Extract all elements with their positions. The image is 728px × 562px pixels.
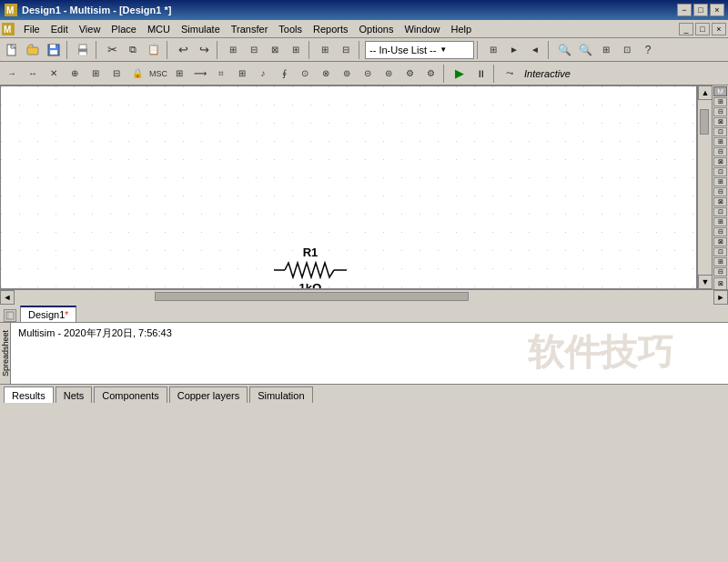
undo-button[interactable]: ↩: [173, 40, 193, 60]
scroll-thumb-v[interactable]: [700, 109, 709, 135]
window-controls[interactable]: − □ ×: [677, 4, 724, 16]
comp-tb-16[interactable]: ⊗: [316, 64, 336, 84]
paste-button[interactable]: 📋: [144, 40, 164, 60]
save-button[interactable]: [44, 40, 64, 60]
copy-button[interactable]: ⧉: [123, 40, 143, 60]
comp-tb-11[interactable]: ⌗: [211, 64, 231, 84]
comp-tb-18[interactable]: ⊝: [358, 64, 378, 84]
zoom-in-button[interactable]: 🔍: [554, 40, 574, 60]
instr-btn-7[interactable]: ⊟: [713, 147, 727, 156]
comp-tb-13[interactable]: ♪: [253, 64, 273, 84]
tb-btn-3[interactable]: ⊠: [265, 40, 285, 60]
close-button[interactable]: ×: [710, 4, 724, 16]
instr-btn-19[interactable]: ⊟: [713, 267, 727, 276]
open-button[interactable]: [23, 40, 43, 60]
comp-tb-1[interactable]: →: [2, 64, 22, 84]
new-button[interactable]: [2, 40, 22, 60]
instr-btn-5[interactable]: ⊡: [713, 127, 727, 136]
menu-mcu[interactable]: MCU: [142, 22, 176, 36]
mdi-close-button[interactable]: ×: [712, 23, 726, 35]
menu-transfer[interactable]: Transfer: [226, 22, 274, 36]
in-use-list-dropdown[interactable]: -- In-Use List -- ▼: [365, 41, 474, 59]
instr-btn-15[interactable]: ⊟: [713, 227, 727, 236]
tb-btn-5[interactable]: ⊞: [315, 40, 335, 60]
instr-btn-1[interactable]: M: [713, 86, 727, 96]
scroll-up-button[interactable]: ▲: [698, 85, 713, 100]
tb-btn-9[interactable]: ◄: [525, 40, 545, 60]
instr-btn-17[interactable]: ⊡: [713, 247, 727, 256]
schematic-canvas[interactable]: R1 1kΩ: [0, 85, 697, 289]
scroll-right-button[interactable]: ►: [713, 290, 728, 305]
tab-components[interactable]: Components: [94, 386, 167, 403]
tb-btn-1[interactable]: ⊞: [223, 40, 243, 60]
comp-tb-6[interactable]: ⊟: [106, 64, 126, 84]
menu-options[interactable]: Options: [354, 22, 399, 36]
redo-button[interactable]: ↪: [194, 40, 214, 60]
horizontal-scrollbar[interactable]: ◄ ►: [0, 289, 728, 304]
resistor-component[interactable]: R1 1kΩ: [274, 246, 347, 289]
zoom-out-button[interactable]: 🔍: [575, 40, 595, 60]
mdi-minimize-button[interactable]: _: [679, 23, 693, 35]
instr-end-btn[interactable]: ⊠: [713, 277, 727, 289]
tab-icon[interactable]: [4, 309, 16, 322]
instr-btn-14[interactable]: ⊞: [713, 217, 727, 226]
menu-help[interactable]: Help: [446, 22, 478, 36]
tb-btn-6[interactable]: ⊟: [336, 40, 356, 60]
menu-simulate[interactable]: Simulate: [176, 22, 226, 36]
instr-btn-8[interactable]: ⊠: [713, 157, 727, 166]
scroll-down-button[interactable]: ▼: [698, 275, 713, 289]
comp-tb-7[interactable]: 🔒: [127, 64, 147, 84]
spreadsheet-handle[interactable]: Spreadsheet: [0, 323, 11, 384]
comp-tb-8[interactable]: MSC: [148, 64, 168, 84]
maximize-button[interactable]: □: [693, 4, 708, 16]
menu-reports[interactable]: Reports: [308, 22, 354, 36]
menu-window[interactable]: Window: [399, 22, 445, 36]
comp-tb-14[interactable]: ∮: [274, 64, 294, 84]
instr-btn-6[interactable]: ⊞: [713, 137, 727, 146]
instr-btn-4[interactable]: ⊠: [713, 117, 727, 126]
menu-file[interactable]: File: [18, 22, 46, 36]
run-button[interactable]: [450, 64, 470, 84]
comp-tb-9[interactable]: ⊞: [169, 64, 189, 84]
minimize-button[interactable]: −: [677, 4, 692, 16]
tb-search-button[interactable]: ⊡: [617, 40, 637, 60]
comp-tb-21[interactable]: ⚙: [420, 64, 440, 84]
zoom-fit-button[interactable]: ⊞: [596, 40, 616, 60]
instr-btn-9[interactable]: ⊡: [713, 167, 727, 176]
scroll-left-button[interactable]: ◄: [0, 290, 15, 305]
mdi-restore-button[interactable]: □: [695, 23, 710, 35]
comp-tb-17[interactable]: ⊚: [337, 64, 357, 84]
comp-tb-5[interactable]: ⊞: [86, 64, 106, 84]
menu-view[interactable]: View: [74, 22, 106, 36]
menu-place[interactable]: Place: [106, 22, 142, 36]
tb-btn-7[interactable]: ⊞: [483, 40, 503, 60]
vertical-scrollbar[interactable]: ▲ ▼: [697, 85, 712, 289]
comp-tb-3[interactable]: ✕: [44, 64, 64, 84]
comp-tb-20[interactable]: ⚙: [399, 64, 420, 84]
instr-btn-18[interactable]: ⊞: [713, 257, 727, 266]
print-button[interactable]: [73, 40, 93, 60]
instr-btn-16[interactable]: ⊠: [713, 237, 727, 246]
comp-tb-10[interactable]: ⟿: [190, 64, 210, 84]
comp-tb-15[interactable]: ⊙: [295, 64, 315, 84]
tb-btn-2[interactable]: ⊟: [244, 40, 264, 60]
tab-copper-layers[interactable]: Copper layers: [169, 386, 248, 403]
tb-btn-4[interactable]: ⊞: [286, 40, 306, 60]
instr-btn-11[interactable]: ⊟: [713, 187, 727, 196]
comp-tb-19[interactable]: ⊜: [379, 64, 399, 84]
tb-help-button[interactable]: ?: [638, 40, 658, 60]
tb-btn-8[interactable]: ►: [504, 40, 524, 60]
instr-btn-12[interactable]: ⊠: [713, 197, 727, 206]
menu-edit[interactable]: Edit: [46, 22, 74, 36]
tab-results[interactable]: Results: [4, 386, 54, 403]
pause-button[interactable]: [470, 64, 490, 84]
tab-nets[interactable]: Nets: [56, 386, 93, 403]
design1-tab[interactable]: Design1*: [20, 306, 76, 322]
menu-tools[interactable]: Tools: [273, 22, 308, 36]
tab-simulation[interactable]: Simulation: [249, 386, 312, 403]
cut-button[interactable]: ✂: [102, 40, 122, 60]
instr-btn-10[interactable]: ⊞: [713, 177, 727, 186]
instr-btn-13[interactable]: ⊡: [713, 207, 727, 216]
h-scroll-thumb[interactable]: [155, 292, 470, 301]
instr-btn-3[interactable]: ⊟: [713, 107, 727, 116]
